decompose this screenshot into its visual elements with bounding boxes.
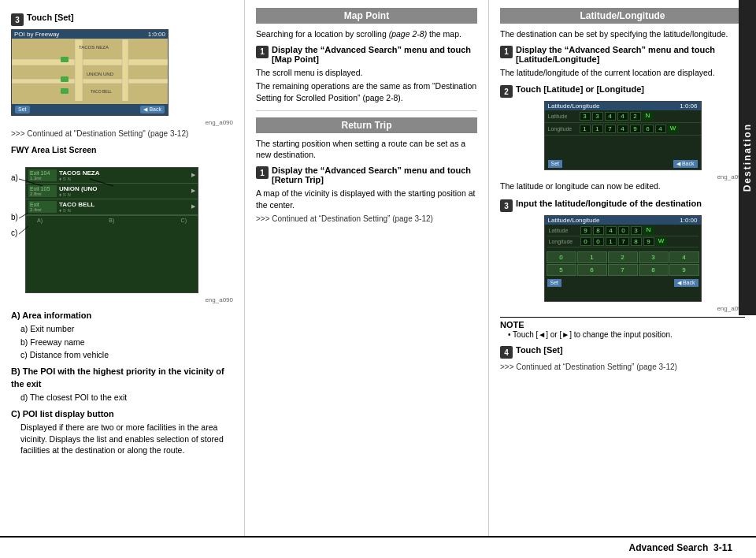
- step3-title: Touch [Set]: [27, 13, 74, 22]
- step3-img-caption: eng_a092: [500, 305, 745, 312]
- kp-1[interactable]: 1: [577, 251, 607, 263]
- fwy-label-b: b): [11, 213, 18, 221]
- kp-lat-2: 4: [606, 226, 617, 235]
- latlong-screen2-time: 1:0:00: [680, 217, 697, 224]
- step4-latlong-heading: 4 Touch [Set]: [500, 345, 745, 359]
- map-screen-title: POI by Freeway: [14, 31, 59, 38]
- step2-img-caption: eng_a091: [500, 173, 745, 180]
- map-continued: >>> Continued at "Destination Setting" (…: [11, 128, 233, 140]
- fwy-label-row: A) B) C): [26, 215, 198, 225]
- step1-latlong-title: Display the “Advanced Search” menu and t…: [516, 45, 745, 64]
- kp-lon-5: 9: [643, 237, 654, 246]
- kp-lon-1: 0: [593, 237, 604, 246]
- step1-map-desc1: The scroll menu is displayed.: [256, 67, 477, 79]
- fwy-sub-3: ♦ S N: [59, 208, 94, 213]
- latlong-screen-2: Latitude/Longitude 1:0:00 Latitude 9 8 4…: [544, 215, 702, 302]
- lat-label: Latitude: [548, 113, 578, 119]
- latlong-intro: The destination can be set by specifying…: [500, 28, 745, 40]
- kp-lat-row: Latitude 9 8 4 0 3 N: [547, 225, 699, 236]
- step1-latlong-num: 1: [500, 46, 513, 58]
- map-screen: POI by Freeway 1:0:00 TACOS NEZA UNION U…: [11, 29, 169, 116]
- latlong-footer-1: Set ◀ Back: [545, 158, 701, 169]
- latlong-screen2-title: Latitude/Longitude: [548, 217, 600, 224]
- fwy-name-text-3: TACO BELL: [59, 201, 94, 208]
- kp-lon-vals: 0 0 1 7 8 9 W: [580, 237, 667, 246]
- latlong-screen-1: Latitude/Longitude 1:0:06 Latitude 3 3 4…: [544, 101, 702, 170]
- kp-0[interactable]: 0: [547, 251, 576, 263]
- poi-info-section: B) The POI with the highest priority in …: [11, 366, 233, 403]
- step4-continued: >>> Continued at “Destination Setting” (…: [500, 362, 745, 373]
- keypad-latlong-rows: Latitude 9 8 4 0 3 N Longitude 0 0: [545, 225, 701, 248]
- kp-lat-3: 0: [618, 226, 629, 235]
- poi-info-item-0: d) The closest POI to the exit: [20, 392, 233, 404]
- poi-info-title: B) The POI with the highest priority in …: [11, 366, 233, 390]
- lat-v4: 2: [630, 112, 641, 121]
- lon-v6: 4: [655, 125, 666, 133]
- kp-lat-vals: 9 8 4 0 3 N: [580, 226, 654, 235]
- kp-lat-4: 3: [631, 226, 642, 235]
- latlong-row-lat: Latitude 3 3 4 4 2 N: [545, 110, 701, 123]
- latlong-back-btn[interactable]: ◀ Back: [673, 160, 698, 168]
- fwy-screen-wrapper: Exit 1041.3mi TACOS NEZA ♦ S N ▶ Exit 10…: [25, 167, 200, 293]
- lon-v5: 6: [643, 125, 654, 133]
- map-point-intro: Searching for a location by scrolling (p…: [256, 28, 477, 40]
- fwy-bottom-b: B): [109, 218, 114, 223]
- mid-column: Map Point Searching for a location by sc…: [244, 0, 488, 558]
- lat-values: 3 3 4 4 2 N: [580, 112, 654, 121]
- left-column: 3 Touch [Set] POI by Freeway 1:0:00 TACO…: [0, 0, 244, 558]
- fwy-exit-3: Exit2.4mi: [28, 201, 57, 213]
- kp-set-btn[interactable]: Set: [547, 279, 562, 287]
- page-container: 3 Touch [Set] POI by Freeway 1:0:00 TACO…: [0, 0, 756, 558]
- lon-v1: 1: [592, 125, 603, 133]
- lon-dir: W: [668, 125, 679, 133]
- lat-v2: 4: [605, 112, 616, 121]
- map-roads-svg: TACOS NEZA UNION UND TACO BELL: [12, 39, 168, 101]
- fwy-label-c: c): [11, 229, 17, 237]
- kp-3[interactable]: 3: [639, 251, 669, 263]
- kp-8[interactable]: 8: [639, 264, 669, 276]
- kp-back-btn[interactable]: ◀ Back: [674, 279, 699, 287]
- fwy-icons-3: ▶: [191, 203, 195, 210]
- step4-latlong-title: Touch [Set]: [516, 345, 563, 355]
- lon-v0: 1: [580, 125, 591, 133]
- fwy-img-caption: eng_a090: [11, 296, 233, 303]
- step3-latlong-heading: 3 Input the latitude/longitude of the de…: [500, 199, 745, 212]
- fwy-name-1: TACOS NEZA ♦ S N: [59, 169, 99, 181]
- fwy-icons-1: ▶: [191, 172, 195, 178]
- step1-map-desc2: The remaining operations are the same as…: [256, 80, 477, 103]
- back-btn[interactable]: ◀ Back: [140, 106, 165, 113]
- lat-dir: N: [643, 112, 654, 121]
- kp-7[interactable]: 7: [608, 264, 638, 276]
- kp-6[interactable]: 6: [577, 264, 607, 276]
- kp-lat-0: 9: [580, 226, 591, 235]
- fwy-bottom-c: C): [181, 218, 187, 223]
- svg-rect-7: [61, 57, 69, 62]
- step2-latlong-heading: 2 Touch [Latitude] or [Longitude]: [500, 84, 745, 98]
- latlong-row-lon: Longitude 1 1 7 4 9 6 4 W: [545, 123, 701, 136]
- area-info-item-1: b) Freeway name: [20, 337, 233, 348]
- area-info-title: A) Area information: [11, 310, 233, 322]
- fwy-label-a: a): [11, 173, 18, 182]
- step1-latlong-heading: 1 Display the “Advanced Search” menu and…: [500, 45, 745, 64]
- map-screen-header: POI by Freeway 1:0:00: [12, 30, 168, 39]
- latlong-set-btn[interactable]: Set: [548, 160, 563, 168]
- poi-list-title: C) POI list display button: [11, 408, 233, 420]
- kp-lon-label: Longitude: [549, 239, 579, 244]
- kp-4[interactable]: 4: [669, 251, 699, 263]
- step1-return-continued: >>> Continued at “Destination Setting” (…: [256, 214, 477, 225]
- kp-lon-row: Longitude 0 0 1 7 8 9 W: [547, 236, 699, 247]
- svg-text:TACOS NEZA: TACOS NEZA: [79, 45, 109, 50]
- kp-5[interactable]: 5: [547, 264, 576, 276]
- kp-2[interactable]: 2: [608, 251, 638, 263]
- fwy-name-text-1: TACOS NEZA: [59, 169, 99, 177]
- note-box: NOTE • Touch [◄] or [►] to change the in…: [500, 317, 745, 340]
- kp-9[interactable]: 9: [669, 264, 699, 276]
- fwy-diagram-container: a) d) b) c) Exit 1041.3mi TACOS NEZA ♦ S…: [11, 167, 200, 293]
- keypad-grid: 0 1 2 3 4 5 6 7 8 9: [545, 250, 701, 277]
- kp-lat-dir: N: [643, 226, 654, 235]
- note-title: NOTE: [500, 320, 524, 329]
- svg-rect-1: [12, 79, 168, 84]
- step1-return-title: Display the “Advanced Search” menu and t…: [272, 166, 477, 184]
- step3-latlong-num: 3: [500, 199, 513, 212]
- set-btn[interactable]: Set: [15, 106, 30, 113]
